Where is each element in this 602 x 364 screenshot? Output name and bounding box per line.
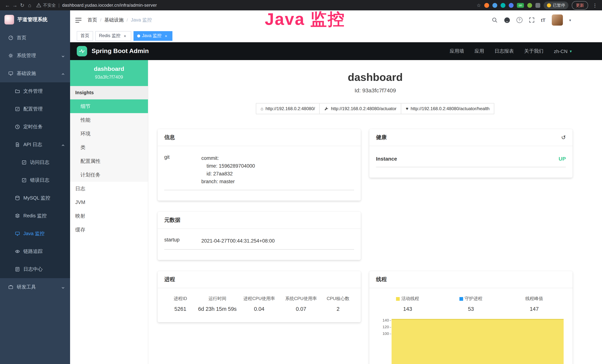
actuator-url-link[interactable]: http://192.168.0.2:48080/actuator	[320, 103, 401, 114]
sidebar-item-java-monitor[interactable]: Java 监控	[0, 225, 70, 243]
bookmark-star-icon[interactable]: ☆	[477, 2, 481, 8]
sidebar-item-infrastructure[interactable]: 基础设施	[0, 64, 70, 82]
clock-icon	[15, 124, 20, 129]
instance-item-caches[interactable]: 缓存	[70, 223, 148, 237]
document-lines-icon	[15, 267, 20, 272]
paused-pill[interactable]: 已暂停	[544, 1, 569, 9]
update-button[interactable]: 更新	[572, 1, 588, 10]
sidebar-item-file-management[interactable]: 文件管理	[0, 82, 70, 100]
sidebar-item-label: 基础设施	[17, 70, 36, 77]
chevron-down-icon[interactable]: ▾	[569, 18, 571, 22]
sidebar-item-error-logs[interactable]: 错误日志	[0, 171, 70, 189]
tab-java-monitor[interactable]: Java 监控 ×	[133, 31, 172, 41]
app-title: 芋道管理系统	[17, 16, 47, 23]
git-commit-line: commit:	[201, 154, 354, 162]
breadcrumb-home[interactable]: 首页	[87, 17, 97, 23]
chevron-up-icon	[61, 143, 65, 147]
security-chip[interactable]: 不安全	[36, 2, 56, 8]
close-icon[interactable]: ×	[122, 33, 128, 38]
sidebar-item-label: 首页	[17, 34, 26, 41]
github-icon[interactable]	[504, 17, 510, 23]
instance-header[interactable]: dashboard 93a3fc7f7409	[70, 60, 148, 86]
sidebar-item-system[interactable]: 系统管理	[0, 47, 70, 64]
home-icon[interactable]: ⌂	[26, 0, 33, 11]
instance-item-scheduled-tasks[interactable]: 计划任务	[70, 168, 148, 182]
sba-nav-journal[interactable]: 日志报表	[494, 48, 514, 54]
instance-item-beans[interactable]: 类	[70, 140, 148, 154]
instance-group-label: Insights	[70, 86, 148, 99]
history-icon[interactable]: ↺	[561, 134, 566, 141]
locale-selector[interactable]: zh-CN ▾	[554, 48, 572, 54]
user-avatar[interactable]	[552, 14, 563, 26]
search-icon[interactable]	[492, 17, 497, 23]
reload-icon[interactable]: ↻	[19, 0, 26, 11]
health-key: Instance	[376, 156, 397, 162]
security-label: 不安全	[43, 2, 56, 8]
sidebar-item-scheduled-jobs[interactable]: 定时任务	[0, 118, 70, 136]
instance-item-jvm[interactable]: JVM	[70, 195, 148, 209]
instance-item-mappings[interactable]: 映射	[70, 209, 148, 223]
folder-icon	[15, 89, 20, 94]
health-url-link[interactable]: ♥ http://192.168.0.2:48080/actuator/heal…	[401, 103, 494, 114]
card-title: 线程	[369, 271, 572, 288]
instance-item-config-props[interactable]: 配置属性	[70, 154, 148, 168]
instance-item-metrics[interactable]: 性能	[70, 113, 148, 127]
sidebar-item-redis-monitor[interactable]: Redis 监控	[0, 207, 70, 225]
instance-item-environment[interactable]: 环境	[70, 127, 148, 140]
extension-on-badge[interactable]: on	[517, 3, 524, 8]
process-table: 进程ID 5261 运行时间 6d 23h 15m 59s 进程CPU使用率	[164, 291, 354, 312]
git-branch-line: branch: master	[201, 178, 354, 185]
chart-y-axis: 140 120 100	[376, 318, 392, 364]
tab-redis-monitor[interactable]: Redis 监控 ×	[95, 31, 131, 41]
extension-drop-icon[interactable]	[493, 3, 497, 8]
emoji-face-icon	[547, 3, 551, 7]
sba-nav: 应用墙 应用 日志报表 关于我们 zh-CN ▾	[450, 48, 572, 54]
hamburger-icon[interactable]	[75, 17, 82, 23]
instance-item-loggers[interactable]: 日志	[70, 182, 148, 195]
instance-name: dashboard	[70, 66, 148, 72]
metadata-card: 元数据 startup 2021-04-27T00:44:31.254+08:0…	[158, 212, 361, 260]
sidebar-item-log-center[interactable]: 日志中心	[0, 260, 70, 278]
extension-proxy-icon[interactable]	[484, 3, 489, 8]
info-value: commit: time: 1596289704000 id: 27aa832 …	[201, 154, 354, 185]
tab-home[interactable]: 首页	[77, 31, 93, 41]
sba-nav-about[interactable]: 关于我们	[524, 48, 543, 54]
sidebar-submenu-infrastructure: 文件管理 配置管理 定时任务 API 日志 访问日志	[0, 82, 70, 278]
chevron-down-icon	[61, 286, 65, 290]
edit-square-icon	[22, 178, 27, 183]
sidebar-item-label: 访问日志	[30, 159, 49, 166]
extension-grid-icon[interactable]	[509, 3, 514, 8]
sidebar-item-access-logs[interactable]: 访问日志	[0, 153, 70, 171]
extension-leaf-icon[interactable]	[527, 3, 532, 8]
extension-teal-icon[interactable]	[501, 3, 505, 8]
sidebar-item-home[interactable]: 首页	[0, 29, 70, 47]
sidebar-item-label: 系统管理	[17, 52, 36, 59]
breadcrumb-infrastructure[interactable]: 基础设施	[104, 17, 124, 23]
app-logo-row[interactable]: 芋道管理系统	[0, 11, 70, 29]
forward-icon[interactable]: →	[11, 0, 19, 11]
extension-puzzle-icon[interactable]	[536, 3, 540, 8]
instance-item-details[interactable]: 细节	[70, 99, 148, 113]
sidebar-item-label: 错误日志	[30, 177, 49, 183]
status-badge: UP	[559, 156, 566, 162]
instance-details: dashboard Id: 93a3fc7f7409 ⌂ http://192.…	[148, 60, 602, 364]
help-icon[interactable]: ?	[516, 17, 522, 23]
card-title: 元数据	[158, 212, 361, 229]
sidebar-item-tracing[interactable]: 链路追踪	[0, 243, 70, 260]
sidebar-item-dev-tools[interactable]: 研发工具	[0, 278, 70, 296]
heart-icon: ♥	[406, 106, 408, 111]
sidebar-item-mysql-monitor[interactable]: MySQL 监控	[0, 189, 70, 207]
service-url-link[interactable]: ⌂ http://192.168.0.2:48080/	[256, 103, 320, 114]
link-label: http://192.168.0.2:48080/actuator/health	[411, 106, 490, 111]
close-icon[interactable]: ×	[163, 33, 169, 38]
fullscreen-icon[interactable]	[528, 17, 535, 23]
browser-menu-icon[interactable]: ⋮	[591, 2, 599, 8]
sidebar-item-api-logs[interactable]: API 日志	[0, 136, 70, 153]
sidebar-item-config-management[interactable]: 配置管理	[0, 100, 70, 118]
sba-nav-wallboard[interactable]: 应用墙	[450, 48, 464, 54]
sba-nav-applications[interactable]: 应用	[474, 48, 484, 54]
back-icon[interactable]: ←	[4, 0, 11, 11]
font-size-icon[interactable]: tT	[541, 17, 546, 23]
address-bar[interactable]: dashboard.yudao.iocoder.cn/infra/admin-s…	[62, 3, 157, 8]
sba-logo-icon[interactable]	[77, 46, 87, 56]
